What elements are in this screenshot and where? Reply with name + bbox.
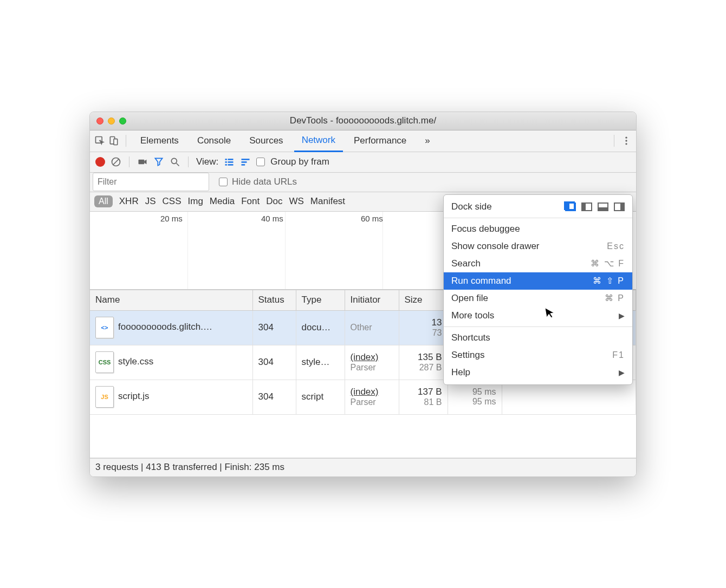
svg-point-5 — [625, 143, 627, 145]
tabs-overflow[interactable]: » — [417, 130, 437, 152]
status-bar: 3 requests | 413 B transferred | Finish:… — [90, 458, 636, 476]
svg-point-9 — [171, 158, 177, 164]
overview-icon[interactable] — [240, 156, 251, 167]
file-icon: JS — [95, 386, 114, 408]
dock-right-icon[interactable] — [614, 202, 625, 211]
inspect-icon[interactable] — [94, 135, 105, 146]
col-name[interactable]: Name — [90, 290, 252, 310]
type-css[interactable]: CSS — [163, 196, 182, 207]
dock-undock-icon[interactable] — [565, 202, 576, 211]
svg-point-4 — [625, 140, 627, 141]
dock-bottom-icon[interactable] — [598, 202, 608, 211]
timeline-tick: 60 ms — [361, 214, 383, 223]
titlebar: DevTools - fooooooooods.glitch.me/ — [90, 112, 636, 130]
type-img[interactable]: Img — [188, 196, 203, 207]
devtools-window: DevTools - fooooooooods.glitch.me/ Eleme… — [89, 112, 637, 477]
svg-point-3 — [625, 137, 627, 139]
file-icon: <> — [95, 317, 114, 338]
svg-rect-13 — [225, 161, 227, 163]
camera-icon[interactable] — [137, 156, 148, 167]
svg-rect-11 — [225, 159, 227, 160]
menu-item[interactable]: Run command⌘ ⇧ P — [444, 272, 632, 290]
svg-rect-8 — [139, 160, 145, 164]
window-title: DevTools - fooooooooods.glitch.me/ — [90, 115, 636, 126]
type-manifest[interactable]: Manifest — [310, 196, 345, 207]
svg-rect-14 — [228, 161, 234, 163]
tab-sources[interactable]: Sources — [242, 130, 290, 152]
view-label: View: — [196, 156, 218, 167]
device-toggle-icon[interactable] — [108, 135, 119, 146]
svg-rect-12 — [228, 159, 234, 160]
svg-rect-2 — [114, 139, 118, 145]
menu-item[interactable]: Open file⌘ P — [444, 290, 632, 307]
network-toolbar: View: Group by fram — [90, 152, 636, 173]
filter-icon[interactable] — [153, 156, 164, 167]
hide-urls-label: Hide data URLs — [232, 177, 297, 187]
tab-performance[interactable]: Performance — [346, 130, 414, 152]
large-rows-icon[interactable] — [224, 156, 235, 167]
col-size[interactable]: Size — [399, 290, 448, 310]
menu-item[interactable]: SettingsF1 — [444, 347, 632, 364]
search-icon[interactable] — [170, 156, 180, 167]
timeline-tick: 20 ms — [160, 214, 183, 223]
table-row[interactable]: JSscript.js 304 script (index)Parser 137… — [90, 380, 636, 414]
svg-line-10 — [177, 164, 179, 166]
filter-row: Hide data URLs — [90, 173, 636, 192]
timeline-tick: 40 ms — [261, 214, 283, 223]
type-js[interactable]: JS — [145, 196, 156, 207]
type-font[interactable]: Font — [241, 196, 260, 207]
record-button[interactable] — [95, 157, 105, 167]
kebab-menu-icon[interactable] — [621, 135, 632, 146]
main-menu-dropdown: Dock side Focus debuggeeShow console dra… — [443, 194, 633, 385]
col-initiator[interactable]: Initiator — [345, 290, 399, 310]
type-media[interactable]: Media — [210, 196, 235, 207]
clear-icon[interactable] — [111, 156, 121, 167]
col-type[interactable]: Type — [296, 290, 345, 310]
filter-input[interactable] — [93, 173, 209, 191]
svg-rect-15 — [225, 164, 227, 166]
type-xhr[interactable]: XHR — [119, 196, 139, 207]
svg-rect-18 — [242, 161, 247, 163]
type-ws[interactable]: WS — [289, 196, 303, 207]
hide-urls-checkbox[interactable] — [219, 178, 228, 186]
menu-item[interactable]: Search⌘ ⌥ F — [444, 255, 632, 272]
tab-network[interactable]: Network — [294, 130, 343, 152]
group-checkbox[interactable] — [256, 158, 265, 166]
tab-console[interactable]: Console — [190, 130, 238, 152]
type-doc[interactable]: Doc — [266, 196, 282, 207]
svg-line-7 — [113, 159, 119, 165]
svg-rect-17 — [242, 159, 250, 160]
type-all[interactable]: All — [94, 195, 113, 207]
panel-tabbar: Elements Console Sources Network Perform… — [90, 130, 636, 152]
tab-elements[interactable]: Elements — [133, 130, 186, 152]
menu-item[interactable]: Shortcuts — [444, 329, 632, 347]
menu-item[interactable]: Help▶ — [444, 364, 632, 381]
col-status[interactable]: Status — [252, 290, 296, 310]
menu-item[interactable]: More tools▶ — [444, 307, 632, 324]
menu-item[interactable]: Focus debuggee — [444, 220, 632, 238]
dock-left-icon[interactable] — [581, 202, 592, 211]
menu-item[interactable]: Show console drawerEsc — [444, 238, 632, 255]
svg-rect-19 — [242, 164, 245, 166]
file-icon: CSS — [95, 351, 114, 373]
group-label: Group by fram — [270, 156, 329, 167]
svg-rect-16 — [228, 164, 234, 166]
status-text: 3 requests | 413 B transferred | Finish:… — [95, 462, 284, 473]
dock-side-label: Dock side — [451, 201, 492, 212]
